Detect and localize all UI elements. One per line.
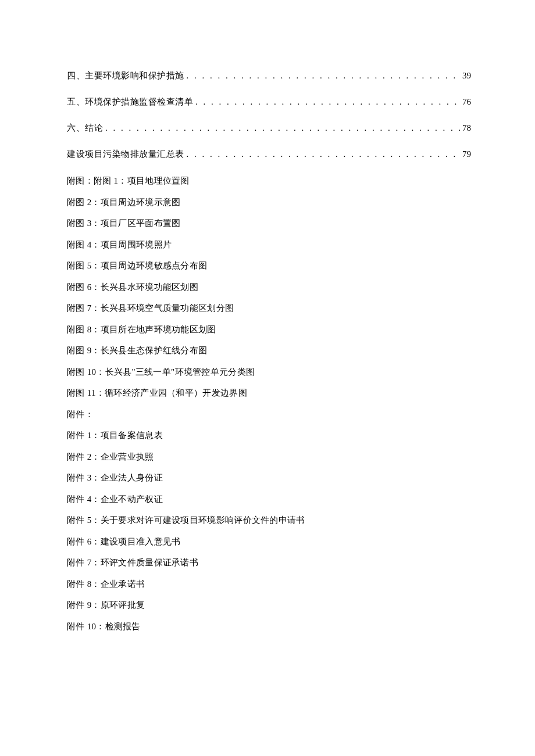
attachment-number: 10 <box>87 622 97 631</box>
figure-prefix: 附图 <box>67 303 87 313</box>
figure-label: ：项目厂区平面布置图 <box>91 218 180 228</box>
attachment-item: 附件 3：企业法人身份证 <box>67 471 471 485</box>
attachment-prefix: 附件 <box>67 452 87 461</box>
toc-page-number: 39 <box>462 70 471 82</box>
toc-entry: 四、主要环境影响和保护措施 . . . . . . . . . . . . . … <box>67 70 471 82</box>
figure-label: ：长兴县环境空气质量功能区划分图 <box>91 303 234 313</box>
figure-item: 附图 8：项目所在地声环境功能区划图 <box>67 323 471 336</box>
toc-leader-dots: . . . . . . . . . . . . . . . . . . . . … <box>187 70 461 82</box>
attachment-label: ：企业不动产权证 <box>91 495 162 504</box>
figure-prefix: 附图 <box>67 367 87 377</box>
figure-item: 附图 7：长兴县环境空气质量功能区划分图 <box>67 302 471 315</box>
attachment-item: 附件 5：关于要求对许可建设项目环境影响评价文件的申请书 <box>67 514 471 527</box>
attachment-item: 附件 6：建设项目准入意见书 <box>67 535 471 549</box>
attachment-item: 附件 4：企业不动产权证 <box>67 493 471 506</box>
attachment-label: ：企业承诺书 <box>91 579 145 589</box>
figure-prefix: 附图 <box>67 218 87 228</box>
attachments-heading: 附件： <box>67 408 471 421</box>
toc-leader-dots: . . . . . . . . . . . . . . . . . . . . … <box>105 122 460 134</box>
toc-entry: 建设项目污染物排放量汇总表 . . . . . . . . . . . . . … <box>67 148 471 160</box>
figure-label: ：循环经济产业园（和平）开发边界图 <box>96 388 247 397</box>
attachment-item: 附件 7：环评文件质量保证承诺书 <box>67 556 471 569</box>
attachment-label: ：环评文件质量保证承诺书 <box>91 558 198 567</box>
figure-number: 10 <box>87 367 97 377</box>
attachment-prefix: 附件 <box>67 431 87 440</box>
attachment-label: ：原环评批复 <box>91 600 145 610</box>
figure-label: ：项目周边环境示意图 <box>91 198 180 207</box>
attachment-label: ：检测报告 <box>96 622 141 631</box>
attachment-prefix: 附件 <box>67 495 87 504</box>
attachments-section: 附件： 附件 1：项目备案信息表 附件 2：企业营业执照 附件 3：企业法人身份… <box>67 408 471 633</box>
figure-item: 附图 3：项目厂区平面布置图 <box>67 217 471 230</box>
attachment-prefix: 附件 <box>67 622 87 631</box>
figure-label: ：长兴县生态保护红线分布图 <box>91 346 207 355</box>
figure-label: ：项目所在地声环境功能区划图 <box>91 325 216 334</box>
toc-title: 六、结论 <box>67 122 103 134</box>
attachment-item: 附件 2：企业营业执照 <box>67 450 471 464</box>
attachment-item: 附件 1：项目备案信息表 <box>67 429 471 442</box>
figure-item: 附图 4：项目周围环境照片 <box>67 238 471 252</box>
figure-prefix: 附图 <box>67 282 87 292</box>
toc-entry: 五、环境保护措施监督检查清单 . . . . . . . . . . . . .… <box>67 96 471 108</box>
figure-item: 附图 11：循环经济产业园（和平）开发边界图 <box>67 386 471 400</box>
toc-page-number: 78 <box>462 122 471 134</box>
toc-entry: 六、结论 . . . . . . . . . . . . . . . . . .… <box>67 122 471 134</box>
figure-number: 11 <box>87 388 96 397</box>
attachment-label: ：项目备案信息表 <box>91 431 162 440</box>
figure-item: 附图 5：项目周边环境敏感点分布图 <box>67 259 471 273</box>
toc-title: 四、主要环境影响和保护措施 <box>67 70 184 82</box>
figure-prefix: 附图 <box>67 240 87 249</box>
toc-section: 四、主要环境影响和保护措施 . . . . . . . . . . . . . … <box>67 70 471 160</box>
figure-label: ：长兴县"三线一单"环境管控单元分类图 <box>96 367 255 377</box>
figure-prefix: 附图 <box>67 261 87 270</box>
figure-item: 附图 9：长兴县生态保护红线分布图 <box>67 344 471 357</box>
attachment-prefix: 附件 <box>67 558 87 567</box>
toc-title: 五、环境保护措施监督检查清单 <box>67 96 193 108</box>
toc-leader-dots: . . . . . . . . . . . . . . . . . . . . … <box>195 96 460 108</box>
figure-item: 附图 10：长兴县"三线一单"环境管控单元分类图 <box>67 366 471 379</box>
attachment-item: 附件 9：原环评批复 <box>67 599 471 612</box>
toc-leader-dots: . . . . . . . . . . . . . . . . . . . . … <box>187 148 461 160</box>
figure-label: ：项目周围环境照片 <box>91 240 172 249</box>
attachment-item: 附件 8：企业承诺书 <box>67 578 471 591</box>
figure-label: ：项目周边环境敏感点分布图 <box>91 261 207 270</box>
figure-prefix: 附图 <box>67 388 87 397</box>
figure-prefix: 附图 <box>67 346 87 355</box>
attachment-prefix: 附件 <box>67 537 87 546</box>
attachment-prefix: 附件 <box>67 600 87 610</box>
attachment-prefix: 附件 <box>67 579 87 589</box>
figure-prefix: 附图 <box>67 325 87 334</box>
figures-section: 附图：附图 1：项目地理位置图 附图 2：项目周边环境示意图 附图 3：项目厂区… <box>67 174 471 400</box>
attachment-prefix: 附件 <box>67 473 87 482</box>
toc-page-number: 79 <box>462 148 471 160</box>
figure-label: ：长兴县水环境功能区划图 <box>91 282 198 292</box>
toc-title: 建设项目污染物排放量汇总表 <box>67 148 184 160</box>
attachment-label: ：企业营业执照 <box>91 452 154 461</box>
attachment-prefix: 附件 <box>67 515 87 525</box>
attachment-item: 附件 10：检测报告 <box>67 620 471 633</box>
toc-page-number: 76 <box>462 96 471 108</box>
figure-prefix: 附图 <box>67 198 87 207</box>
figures-heading-line: 附图：附图 1：项目地理位置图 <box>67 174 471 188</box>
attachment-label: ：建设项目准入意见书 <box>91 537 180 546</box>
attachment-label: ：关于要求对许可建设项目环境影响评价文件的申请书 <box>91 515 305 525</box>
figure-item: 附图 6：长兴县水环境功能区划图 <box>67 281 471 294</box>
attachment-label: ：企业法人身份证 <box>91 473 162 482</box>
figure-item: 附图 2：项目周边环境示意图 <box>67 196 471 209</box>
